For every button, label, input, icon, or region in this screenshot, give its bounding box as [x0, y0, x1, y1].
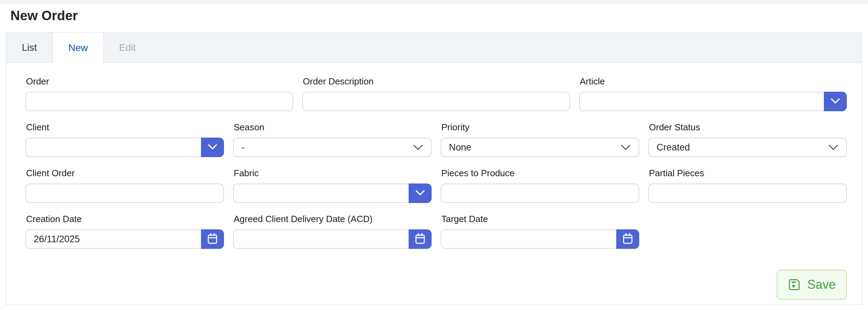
season-label: Season [234, 122, 431, 133]
chevron-down-icon [620, 144, 631, 150]
field-client-order: Client Order [25, 168, 224, 203]
calendar-icon [622, 232, 634, 246]
chevron-down-icon [828, 144, 838, 150]
calendar-icon [207, 232, 218, 246]
form-row-3: Client Order Fabric Pieces to Produce [25, 168, 847, 203]
new-order-form-panel: Order Order Description Article [6, 63, 862, 305]
target-date-label: Target Date [441, 214, 639, 225]
form-row-4-empty-cell [648, 214, 847, 249]
order-description-label: Order Description [303, 76, 569, 87]
client-input[interactable] [25, 138, 201, 157]
field-order-status: Order Status Created [648, 122, 847, 157]
field-client: Client [25, 122, 224, 157]
form-row-1: Order Order Description Article [25, 76, 847, 111]
season-selected-value: - [241, 142, 244, 153]
client-label: Client [26, 122, 223, 133]
field-fabric: Fabric [233, 168, 432, 203]
acd-date-picker-button[interactable] [409, 229, 432, 249]
field-target-date: Target Date [441, 214, 639, 249]
creation-date-label: Creation Date [26, 214, 223, 225]
client-order-label: Client Order [26, 168, 223, 179]
tab-new[interactable]: New [53, 33, 104, 63]
field-order: Order [25, 76, 293, 111]
order-status-label: Order Status [649, 122, 846, 133]
partial-pieces-input[interactable] [648, 183, 847, 203]
order-description-input[interactable] [302, 92, 570, 111]
field-priority: Priority None [441, 122, 639, 157]
field-partial-pieces: Partial Pieces [648, 168, 847, 203]
order-label: Order [26, 76, 292, 87]
fabric-label: Fabric [234, 168, 431, 179]
form-row-2: Client Season - [25, 122, 847, 157]
acd-label: Agreed Client Delivery Date (ACD) [234, 214, 431, 225]
tab-bar: List New Edit [6, 32, 862, 63]
creation-date-input[interactable] [25, 229, 201, 249]
chevron-down-icon [208, 144, 217, 151]
form-row-4: Creation Date Agreed Client Deliver [25, 214, 847, 249]
calendar-icon [414, 232, 426, 246]
priority-label: Priority [441, 122, 639, 133]
form-actions: Save [25, 270, 847, 300]
chevron-down-icon [413, 144, 423, 150]
fabric-input[interactable] [233, 183, 409, 203]
field-season: Season - [233, 122, 432, 157]
pieces-to-produce-label: Pieces to Produce [441, 168, 639, 179]
article-input[interactable] [579, 92, 824, 111]
priority-select[interactable]: None [441, 138, 639, 157]
creation-date-picker-button[interactable] [201, 229, 224, 249]
season-select[interactable]: - [233, 138, 432, 157]
tab-edit[interactable]: Edit [104, 33, 151, 63]
save-floppy-icon [788, 278, 801, 291]
chevron-down-icon [831, 98, 840, 105]
field-order-description: Order Description [302, 76, 570, 111]
client-order-input[interactable] [25, 183, 224, 203]
article-lookup-button[interactable] [824, 92, 847, 111]
save-button-label: Save [807, 277, 836, 292]
acd-input[interactable] [233, 229, 409, 249]
order-input[interactable] [25, 92, 293, 111]
page-title: New Order [10, 8, 868, 23]
page-top-band [0, 0, 868, 3]
priority-selected-value: None [449, 142, 471, 153]
field-article: Article [579, 76, 847, 111]
field-pieces-to-produce: Pieces to Produce [441, 168, 639, 203]
target-date-input[interactable] [441, 229, 616, 249]
article-label: Article [580, 76, 846, 87]
target-date-picker-button[interactable] [616, 229, 639, 249]
chevron-down-icon [416, 190, 425, 197]
order-status-selected-value: Created [657, 142, 690, 153]
tab-list[interactable]: List [6, 33, 53, 63]
fabric-lookup-button[interactable] [409, 183, 432, 203]
partial-pieces-label: Partial Pieces [649, 168, 846, 179]
pieces-to-produce-input[interactable] [441, 183, 639, 203]
client-lookup-button[interactable] [201, 138, 224, 157]
field-agreed-client-delivery-date: Agreed Client Delivery Date (ACD) [233, 214, 432, 249]
field-creation-date: Creation Date [25, 214, 224, 249]
save-button[interactable]: Save [777, 270, 847, 300]
order-status-select[interactable]: Created [648, 138, 847, 157]
